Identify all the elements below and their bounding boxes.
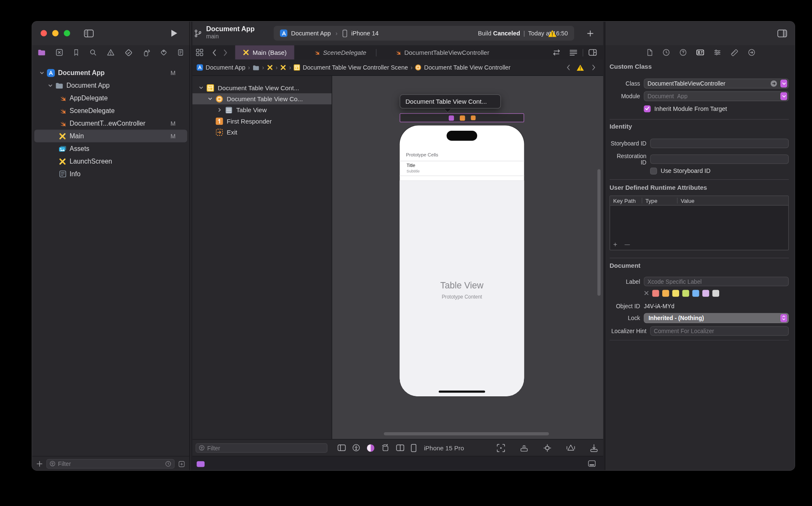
code-review-icon[interactable] [552, 49, 561, 56]
first-responder-icon[interactable] [459, 115, 465, 121]
cell-title[interactable]: Title [407, 163, 415, 168]
embed-in-view-icon[interactable] [520, 444, 529, 452]
toggle-navigator-icon[interactable] [84, 30, 94, 38]
recent-files-filter-icon[interactable] [165, 461, 171, 467]
new-tab-button[interactable] [587, 30, 593, 37]
add-attribute-button[interactable]: + [613, 240, 617, 249]
column-header-type[interactable]: Type [642, 197, 677, 204]
minimize-window-button[interactable] [52, 30, 59, 36]
file-inspector-icon[interactable] [646, 48, 653, 57]
cell-subtitle[interactable]: Subtitle [407, 169, 420, 173]
run-destination[interactable]: iPhone 14 [351, 30, 379, 36]
color-tag-green[interactable] [683, 290, 689, 296]
split-preview-icon[interactable] [396, 444, 405, 451]
resolve-autolayout-icon[interactable] [567, 444, 575, 452]
outline-filter-input[interactable] [207, 444, 324, 451]
outline-item-view-controller[interactable]: Document Table View Co... [192, 93, 332, 104]
source-control-status-filter-icon[interactable] [178, 460, 185, 467]
report-navigator-icon[interactable] [177, 48, 184, 57]
color-tag-red[interactable] [652, 290, 659, 296]
navigator-divider[interactable] [189, 22, 190, 470]
tree-item-info-plist[interactable]: Info [32, 168, 189, 180]
tree-item-launchscreen[interactable]: LaunchScreen [32, 155, 189, 168]
add-editor-icon[interactable] [588, 49, 597, 56]
xcode-label-field[interactable] [644, 277, 789, 286]
orientation-icon[interactable] [381, 444, 390, 452]
related-items-icon[interactable] [196, 48, 204, 57]
lock-dropdown-stepper[interactable] [780, 314, 787, 322]
issue-navigator-icon[interactable] [107, 48, 115, 57]
localizer-hint-field[interactable] [650, 326, 789, 336]
hide-document-outline-icon[interactable] [337, 444, 346, 451]
outline-filter-field[interactable] [196, 443, 328, 453]
storyboard-color-chip[interactable] [197, 461, 205, 467]
update-frames-icon[interactable] [590, 444, 598, 452]
next-issue-icon[interactable] [592, 65, 596, 71]
column-header-key-path[interactable]: Key Path [610, 197, 642, 204]
outline-item-first-responder[interactable]: First Responder [192, 116, 332, 126]
test-navigator-icon[interactable] [124, 48, 133, 57]
module-dropdown-stepper[interactable] [780, 92, 787, 100]
tree-item-documenttableviewcontroller[interactable]: DocumentT...ewController M [32, 117, 189, 130]
toggle-inspector-icon[interactable] [777, 30, 788, 38]
project-navigator-icon[interactable] [38, 49, 46, 56]
source-control-navigator-icon[interactable] [55, 48, 63, 57]
attributes-inspector-icon[interactable] [713, 48, 721, 57]
column-header-value[interactable]: Value [677, 197, 694, 204]
chevron-down-icon[interactable] [206, 97, 215, 101]
editor-options-icon[interactable] [569, 49, 577, 56]
runtime-attributes-table[interactable]: Key Path Type Value + — [610, 196, 789, 250]
use-storyboard-id-checkbox[interactable] [650, 167, 657, 174]
tree-item-assets[interactable]: Assets [32, 143, 189, 155]
history-inspector-icon[interactable] [662, 48, 670, 57]
breakpoint-navigator-icon[interactable] [160, 48, 168, 57]
class-dropdown-stepper[interactable] [780, 79, 787, 87]
close-window-button[interactable] [40, 30, 47, 36]
issue-warning-icon[interactable] [576, 64, 584, 71]
tab-main-storyboard[interactable]: Main (Base) [235, 46, 294, 60]
navigator-filter-field[interactable] [46, 459, 175, 469]
tree-item-appdelegate[interactable]: AppDelegate [32, 92, 189, 105]
jump-bar-item-scene[interactable]: Document Table View Controller Scene [294, 65, 408, 71]
chevron-down-icon[interactable] [197, 86, 205, 90]
search-navigator-icon[interactable] [89, 48, 97, 57]
view-controller-header-bar[interactable] [400, 113, 524, 122]
tab-scenedelegate[interactable]: SceneDelegate [306, 46, 374, 60]
color-tag-orange[interactable] [662, 290, 669, 296]
storyboard-canvas[interactable]: Document Table View Cont... Prototype Ce… [332, 76, 604, 439]
vertical-scrollbar[interactable] [597, 169, 601, 296]
chevron-down-icon[interactable] [38, 70, 46, 75]
tab-documenttableviewcontroller[interactable]: DocumentTableViewController [387, 46, 496, 60]
tree-item-project-root[interactable]: Document App M [32, 67, 189, 79]
appearance-toggle-icon[interactable] [367, 444, 375, 452]
jump-to-class-icon[interactable] [770, 80, 777, 86]
bookmark-navigator-icon[interactable] [73, 48, 80, 57]
device-name[interactable]: iPhone 15 Pro [424, 444, 464, 452]
no-color-icon[interactable] [644, 291, 649, 296]
add-file-icon[interactable] [36, 461, 43, 467]
connections-inspector-icon[interactable] [747, 48, 755, 57]
debug-navigator-icon[interactable] [143, 48, 151, 57]
color-tag-gray[interactable] [712, 290, 719, 296]
color-tag-purple[interactable] [702, 290, 709, 296]
outline-item-scene[interactable]: Document Table View Cont... [192, 82, 332, 93]
inherit-module-checkbox[interactable] [644, 105, 650, 112]
quick-help-inspector-icon[interactable] [679, 48, 687, 57]
module-field[interactable] [644, 91, 789, 101]
build-warning-icon[interactable] [548, 30, 557, 38]
jump-bar-item-view-controller[interactable]: Document Table View Controller [415, 65, 510, 71]
add-constraints-icon[interactable] [543, 444, 552, 452]
restoration-id-field[interactable] [650, 154, 789, 164]
run-button[interactable] [170, 29, 178, 38]
go-forward-icon[interactable] [223, 49, 228, 57]
navigator-filter-input[interactable] [58, 461, 165, 467]
go-back-icon[interactable] [212, 49, 217, 57]
storyboard-file-icon[interactable] [267, 65, 273, 71]
jump-bar-item-project[interactable]: Document App [197, 65, 245, 71]
color-tag-blue[interactable] [692, 290, 699, 296]
iphone-canvas-device[interactable]: Prototype Cells Title Subtitle Table Vie… [400, 126, 524, 397]
horizontal-scrollbar[interactable] [384, 432, 549, 436]
outline-item-exit[interactable]: Exit [192, 126, 332, 137]
chevron-right-icon[interactable] [215, 108, 224, 112]
tree-item-group[interactable]: Document App [32, 79, 189, 92]
